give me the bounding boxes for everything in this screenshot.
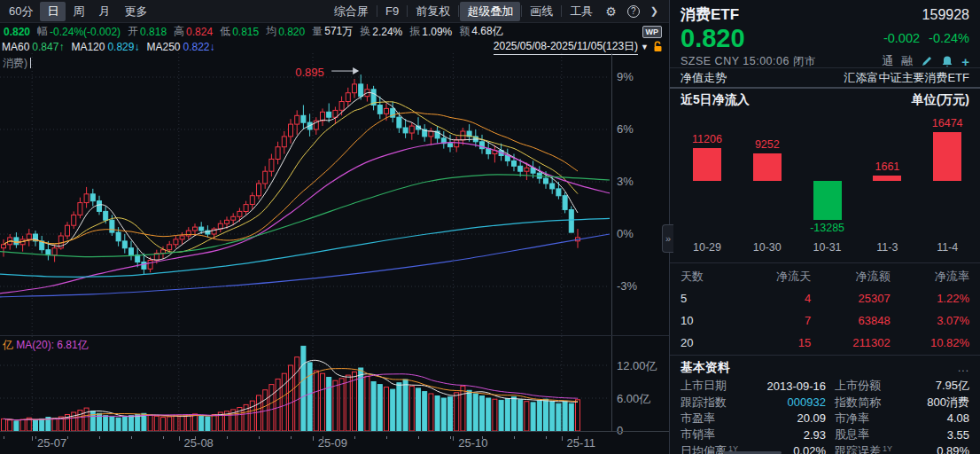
inflow-value: -13285	[797, 222, 859, 234]
pencil-icon[interactable]	[921, 55, 933, 67]
chevron-down-icon[interactable]: ▼	[641, 43, 649, 51]
price-axis-label: 3%	[617, 175, 634, 188]
minor-tick	[67, 436, 68, 439]
inflow-date: 10-31	[797, 241, 859, 254]
candlestick-chart[interactable]: 0.895	[0, 53, 611, 335]
date-range-control[interactable]: 2025/05/08-2025/11/05(123日) ▼	[494, 39, 664, 55]
month-tick	[453, 436, 454, 441]
month-label: 25-08	[184, 436, 214, 450]
chevron-right-icon[interactable]: ❯	[645, 5, 664, 17]
month-label: 25-07	[37, 436, 66, 450]
basic-info-title: 基本资料	[681, 360, 730, 376]
gear-icon[interactable]: ⚙	[600, 4, 622, 19]
toolbar: 60分日周月更多 综合屏F9前复权超级叠加画线工具⚙?❯	[0, 0, 669, 23]
stat-label-均: 均	[266, 24, 276, 39]
volume-chart[interactable]	[0, 336, 611, 431]
basic-info-value: 0.89%	[916, 444, 969, 454]
tool-button-工具[interactable]: 工具	[563, 2, 600, 21]
basic-info-value: 3.55	[916, 428, 969, 442]
price-axis-label: 6%	[617, 122, 634, 136]
wp-badge-icon[interactable]: WP	[642, 26, 663, 38]
volume-axis-label: 12.00亿	[617, 358, 657, 374]
price-y-axis: 9%6%3%0%-3%	[611, 53, 669, 335]
minor-tick	[546, 436, 547, 439]
stat-label-换: 换	[360, 24, 370, 39]
panel-collapse-handle[interactable]: »	[662, 224, 673, 253]
date-range-label[interactable]: 2025/05/08-2025/11/05(123日)	[494, 39, 638, 55]
stat-label-低: 低	[220, 24, 230, 39]
kline-section: 60分日周月更多 综合屏F9前复权超级叠加画线工具⚙?❯ 0.820 幅-0.2…	[0, 0, 669, 454]
net-inflow-bar-chart: 1120610-29925210-30-1328510-31166111-316…	[670, 111, 980, 263]
stat-value-额: 4.68亿	[471, 24, 502, 39]
ma-legend-MA120: MA1200.829↓	[71, 41, 139, 53]
price-change: -0.002-0.24%	[883, 31, 969, 45]
stat-label-幅: 幅	[37, 24, 48, 39]
stat-label-振: 振	[409, 24, 420, 39]
quote-action-icons: 通 融 +	[882, 53, 969, 69]
stat-value-振: 1.09%	[422, 26, 452, 38]
price-axis-label: 0%	[617, 227, 634, 240]
stat-value-幅: -0.24%(-0.002)	[50, 26, 121, 38]
add-watchlist-icon[interactable]: +	[961, 54, 969, 69]
period-tab-60分[interactable]: 60分	[2, 2, 40, 21]
netvalue-nav-row[interactable]: 净值走势 汇添富中证主要消费ETF	[670, 67, 980, 89]
stat-price: 0.820	[4, 26, 30, 38]
inflow-bar-10-31	[813, 181, 842, 220]
basic-info-row: 市销率2.93股息率3.55	[681, 427, 969, 442]
index-code-link[interactable]: 000932	[757, 395, 835, 409]
month-label: 25-10	[458, 436, 487, 450]
chart-corner-label: 消费)	[3, 56, 31, 71]
stock-code: 159928	[922, 7, 969, 23]
minor-tick	[4, 436, 4, 439]
month-tick	[313, 436, 314, 441]
tool-buttons: 综合屏F9前复权超级叠加画线工具⚙?❯	[327, 0, 664, 22]
margin-rong-badge: 融	[901, 53, 913, 69]
basic-info-rows: 上市日期2013-09-16上市份额7.95亿跟踪指数000932指数简称800…	[681, 378, 969, 454]
flow-table-row: 54253071.22%	[681, 287, 969, 309]
ma-legend-MA250: MA2500.822↓	[146, 41, 214, 53]
tool-button-前复权[interactable]: 前复权	[408, 2, 457, 21]
basic-info-section: 基本资料 ... 上市日期2013-09-16上市份额7.95亿跟踪指数0009…	[670, 356, 980, 454]
minor-tick	[131, 436, 132, 439]
flow-title: 近5日净流入	[681, 92, 750, 108]
minor-tick	[35, 436, 36, 439]
minor-tick	[99, 436, 100, 439]
basic-info-value: 7.95亿	[916, 378, 969, 394]
netvalue-trend-link[interactable]: 净值走势	[681, 70, 727, 86]
tool-button-F9[interactable]: F9	[378, 3, 406, 20]
inflow-bar-11-3	[873, 176, 901, 181]
stat-label-高: 高	[174, 24, 184, 39]
unlock-icon[interactable]	[652, 41, 664, 52]
more-button[interactable]: ...	[958, 362, 969, 374]
tool-button-画线[interactable]: 画线	[523, 2, 560, 21]
inflow-value: 16474	[916, 117, 978, 129]
volume-axis-label: 6.00亿	[617, 391, 650, 407]
period-tab-月[interactable]: 月	[91, 2, 117, 21]
inflow-bar-10-30	[753, 153, 782, 181]
market-status: SZSE CNY 15:00:06 闭市	[681, 54, 816, 69]
period-tab-更多[interactable]: 更多	[117, 2, 154, 21]
inflow-date: 11-3	[856, 241, 918, 254]
stock-info-panel: 消费ETF 159928 0.820 -0.002-0.24% SZSE CNY…	[669, 0, 980, 454]
month-tick	[562, 436, 563, 441]
last-price: 0.820	[681, 25, 745, 51]
inflow-value: 11206	[676, 133, 738, 145]
volume-chart-pane[interactable]: 亿 MA(20): 6.81亿 12.00亿6.00亿0	[0, 335, 669, 431]
period-tab-日[interactable]: 日	[40, 2, 66, 21]
basic-info-row: 市盈率20.09市净率4.08	[681, 411, 969, 427]
help-icon[interactable]: ?	[627, 5, 640, 18]
inflow-value: 9252	[736, 138, 798, 151]
bell-icon[interactable]	[941, 55, 953, 67]
basic-info-value: 800消费	[916, 395, 969, 411]
stat-label-额: 额	[459, 24, 470, 39]
tool-button-综合屏[interactable]: 综合屏	[327, 2, 376, 21]
inflow-bar-10-29	[693, 148, 721, 181]
basic-info-value: 2.93	[757, 428, 835, 442]
minor-tick	[514, 436, 515, 439]
basic-info-value: 2013-09-16	[757, 380, 835, 393]
inflow-date: 11-4	[916, 241, 978, 254]
minor-tick	[418, 436, 419, 439]
price-chart-pane[interactable]: 消费) 0.895 9%6%3%0%-3%	[0, 53, 669, 335]
period-tab-周[interactable]: 周	[66, 2, 91, 21]
tool-button-超级叠加[interactable]: 超级叠加	[460, 2, 520, 21]
